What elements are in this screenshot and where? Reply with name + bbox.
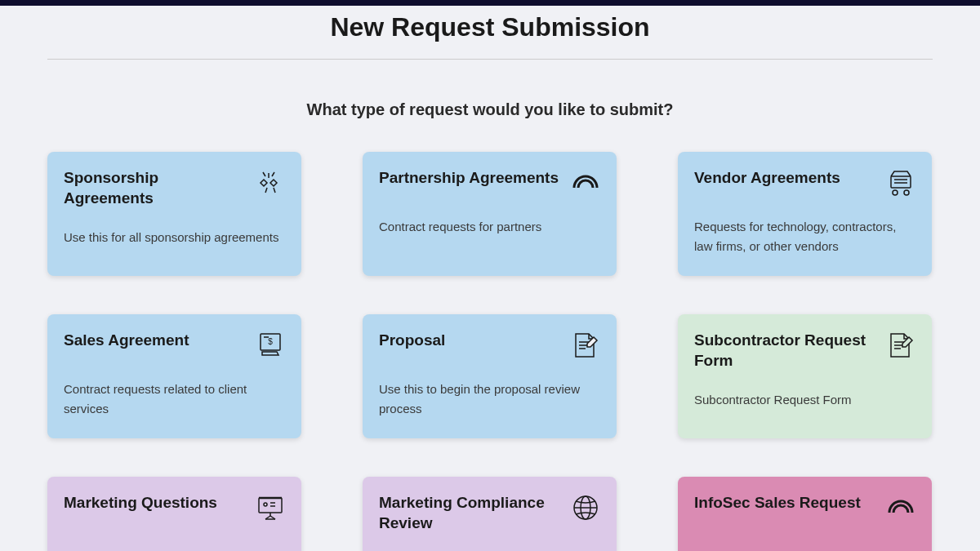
card-desc: Contract requests related to client serv… [64,380,285,419]
card-desc: Contract requests for partners [379,217,600,237]
request-type-grid: Sponsorship Agreements Use this for all … [0,152,980,551]
presentation-icon [256,493,285,522]
doc-edit-icon [571,331,600,360]
invoice-icon: $ [256,331,285,360]
svg-point-2 [904,190,909,195]
card-title: Subcontractor Request Form [694,331,886,371]
card-desc: Requests for technology, contractors, la… [694,217,915,256]
card-title: Partnership Agreements [379,168,571,189]
svg-text:$: $ [268,337,273,346]
card-title: InfoSec Sales Request [694,493,886,513]
card-proposal[interactable]: Proposal Use this to begin the proposal … [363,314,617,438]
card-title: Proposal [379,331,571,351]
card-infosec-sales[interactable]: InfoSec Sales Request [678,477,932,551]
card-vendor-agreements[interactable]: Vendor Agreements Requests for technolog… [678,152,932,276]
page-title: New Request Submission [0,12,980,42]
globe-icon [571,493,600,522]
svg-point-1 [893,190,898,195]
card-desc: Use this to begin the proposal review pr… [379,380,600,419]
card-marketing-compliance[interactable]: Marketing Compliance Review [363,477,617,551]
card-title: Marketing Questions [64,493,256,513]
svg-point-20 [264,503,267,506]
card-title: Marketing Compliance Review [379,493,571,533]
card-desc: Use this for all sponsorship agreements [64,228,285,247]
cart-icon [886,168,915,198]
card-title: Sponsorship Agreements [64,168,256,208]
arc-icon [571,168,600,198]
card-sponsorship-agreements[interactable]: Sponsorship Agreements Use this for all … [47,152,301,276]
card-sales-agreement[interactable]: Sales Agreement $ Contract requests rela… [47,314,301,438]
top-bar [0,0,980,6]
card-subcontractor-request[interactable]: Subcontractor Request Form Subcontractor… [678,314,932,438]
card-title: Sales Agreement [64,331,256,351]
svg-rect-14 [259,498,282,513]
card-desc: Subcontractor Request Form [694,390,915,410]
card-marketing-questions[interactable]: Marketing Questions [47,477,301,551]
card-partnership-agreements[interactable]: Partnership Agreements Contract requests… [363,152,617,276]
card-title: Vendor Agreements [694,168,886,189]
doc-edit-icon [886,331,915,360]
subtitle: What type of request would you like to s… [0,100,980,119]
svg-rect-0 [891,176,911,188]
hands-clap-icon [256,168,285,198]
divider [47,59,933,60]
arc-icon [886,493,915,522]
